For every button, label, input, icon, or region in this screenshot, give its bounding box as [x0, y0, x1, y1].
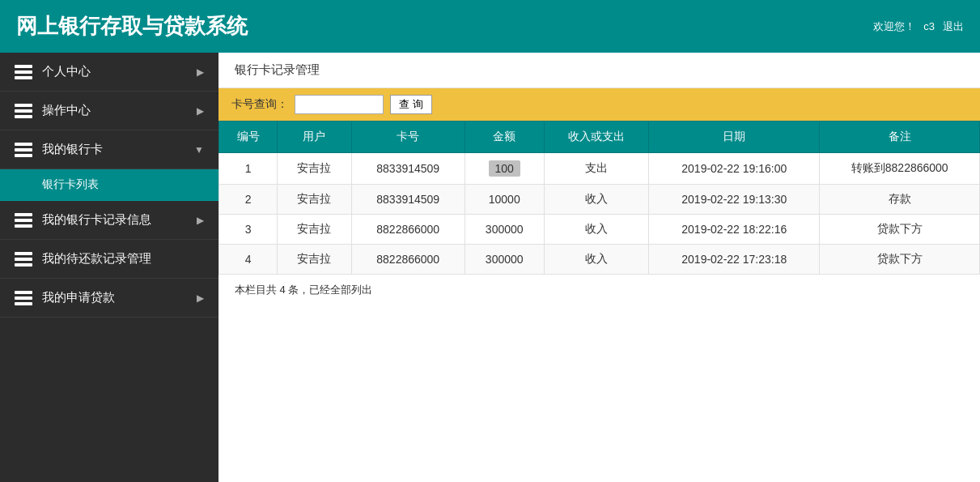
cell-amount: 300000 — [465, 215, 544, 245]
menu-icon-repayment — [15, 252, 32, 267]
menu-icon-records — [15, 213, 32, 228]
cell-note: 贷款下方 — [820, 245, 980, 275]
sidebar-item-loan[interactable]: 我的申请贷款 ▶ — [0, 279, 218, 318]
cell-user: 安吉拉 — [278, 185, 351, 215]
cell-user: 安吉拉 — [278, 245, 351, 275]
arrow-mycard: ▼ — [194, 144, 204, 156]
cell-note: 转账到8822866000 — [820, 153, 980, 185]
table-row: 3 安吉拉 8822866000 300000 收入 2019-02-22 18… — [219, 215, 980, 245]
cell-user: 安吉拉 — [278, 153, 351, 185]
cell-id: 3 — [219, 215, 278, 245]
sidebar-item-records[interactable]: 我的银行卡记录信息 ▶ — [0, 201, 218, 240]
layout: 个人中心 ▶ 操作中心 ▶ 我的银行卡 ▼ 银行卡列表 — [0, 53, 980, 482]
table-header-row: 编号 用户 卡号 金额 收入或支出 日期 备注 — [219, 122, 980, 153]
footer-text: 本栏目共 4 条，已经全部列出 — [218, 275, 980, 305]
sidebar: 个人中心 ▶ 操作中心 ▶ 我的银行卡 ▼ 银行卡列表 — [0, 53, 218, 482]
sidebar-item-personal[interactable]: 个人中心 ▶ — [0, 53, 218, 92]
cell-card: 8822866000 — [351, 215, 465, 245]
search-input[interactable] — [295, 95, 384, 114]
cell-amount: 10000 — [465, 185, 544, 215]
table-row: 2 安吉拉 8833914509 10000 收入 2019-02-22 19:… — [219, 185, 980, 215]
cell-note: 贷款下方 — [820, 215, 980, 245]
sidebar-label-operations: 操作中心 — [42, 103, 91, 118]
sidebar-label-personal: 个人中心 — [42, 64, 91, 79]
menu-icon-mycard — [15, 143, 32, 157]
cell-amount: 100 — [465, 153, 544, 185]
page-title: 银行卡记录管理 — [218, 53, 980, 88]
cell-amount: 300000 — [465, 245, 544, 275]
cell-type: 收入 — [544, 215, 649, 245]
cell-id: 4 — [219, 245, 278, 275]
username-link[interactable]: c3 — [923, 20, 935, 32]
search-label: 卡号查询： — [231, 97, 288, 112]
cell-card: 8822866000 — [351, 245, 465, 275]
arrow-operations: ▶ — [197, 105, 204, 117]
menu-icon-operations — [15, 104, 32, 118]
sidebar-subitem-label: 银行卡列表 — [42, 177, 99, 190]
cell-user: 安吉拉 — [278, 215, 351, 245]
search-button[interactable]: 查 询 — [390, 95, 432, 114]
cell-date: 2019-02-22 19:13:30 — [649, 185, 820, 215]
menu-icon-personal — [15, 65, 32, 79]
sidebar-item-operations[interactable]: 操作中心 ▶ — [0, 92, 218, 130]
cell-date: 2019-02-22 17:23:18 — [649, 245, 820, 275]
main-content: 银行卡记录管理 卡号查询： 查 询 编号 用户 卡号 金额 收入或支出 日期 备… — [218, 53, 980, 482]
sidebar-label-records: 我的银行卡记录信息 — [42, 212, 151, 228]
arrow-loan: ▶ — [197, 292, 204, 304]
app-title: 网上银行存取与贷款系统 — [16, 12, 248, 41]
cell-type: 收入 — [544, 245, 649, 275]
cell-type: 支出 — [544, 153, 649, 185]
col-header-card: 卡号 — [351, 122, 465, 153]
cell-date: 2019-02-22 18:22:16 — [649, 215, 820, 245]
sidebar-label-mycard: 我的银行卡 — [42, 142, 103, 157]
menu-icon-loan — [15, 291, 32, 305]
cell-card: 8833914509 — [351, 185, 465, 215]
cell-id: 1 — [219, 153, 278, 185]
sidebar-label-loan: 我的申请贷款 — [42, 290, 115, 305]
welcome-text: 欢迎您！ — [873, 19, 915, 34]
col-header-date: 日期 — [649, 122, 820, 153]
arrow-records: ▶ — [197, 215, 204, 226]
cell-note: 存款 — [820, 185, 980, 215]
col-header-note: 备注 — [820, 122, 980, 153]
cell-id: 2 — [219, 185, 278, 215]
col-header-user: 用户 — [278, 122, 351, 153]
sidebar-subitem-cardlist[interactable]: 银行卡列表 — [0, 169, 218, 201]
sidebar-item-mycard[interactable]: 我的银行卡 ▼ — [0, 130, 218, 169]
col-header-amount: 金额 — [465, 122, 544, 153]
header: 网上银行存取与贷款系统 欢迎您！ c3 退出 — [0, 0, 980, 53]
cell-card: 8833914509 — [351, 153, 465, 185]
cell-type: 收入 — [544, 185, 649, 215]
search-bar: 卡号查询： 查 询 — [218, 88, 980, 121]
col-header-id: 编号 — [219, 122, 278, 153]
table-row: 1 安吉拉 8833914509 100 支出 2019-02-22 19:16… — [219, 153, 980, 185]
records-table: 编号 用户 卡号 金额 收入或支出 日期 备注 1 安吉拉 8833914509… — [218, 121, 980, 275]
table-container: 编号 用户 卡号 金额 收入或支出 日期 备注 1 安吉拉 8833914509… — [218, 121, 980, 275]
header-right: 欢迎您！ c3 退出 — [873, 19, 964, 34]
table-row: 4 安吉拉 8822866000 300000 收入 2019-02-22 17… — [219, 245, 980, 275]
cell-date: 2019-02-22 19:16:00 — [649, 153, 820, 185]
sidebar-label-repayment: 我的待还款记录管理 — [42, 251, 151, 267]
sidebar-item-repayment[interactable]: 我的待还款记录管理 — [0, 240, 218, 279]
logout-link[interactable]: 退出 — [943, 19, 964, 34]
col-header-type: 收入或支出 — [544, 122, 649, 153]
arrow-personal: ▶ — [197, 66, 204, 78]
